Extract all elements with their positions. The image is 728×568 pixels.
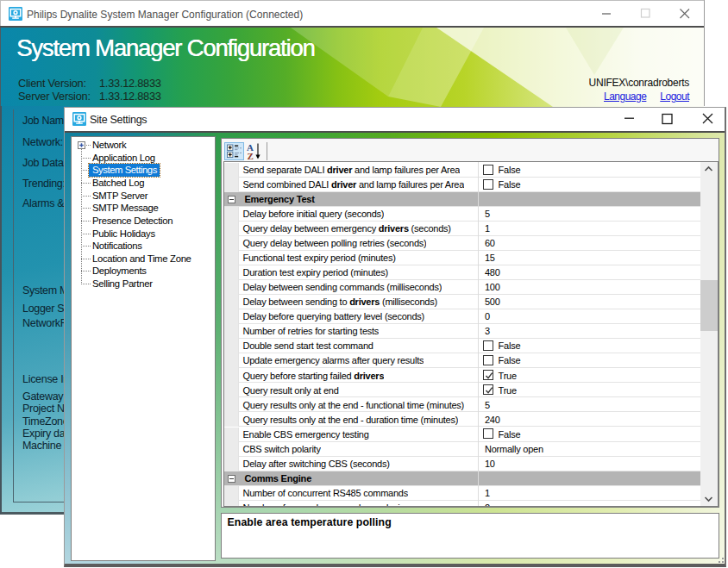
- svg-text:Z: Z: [247, 151, 253, 160]
